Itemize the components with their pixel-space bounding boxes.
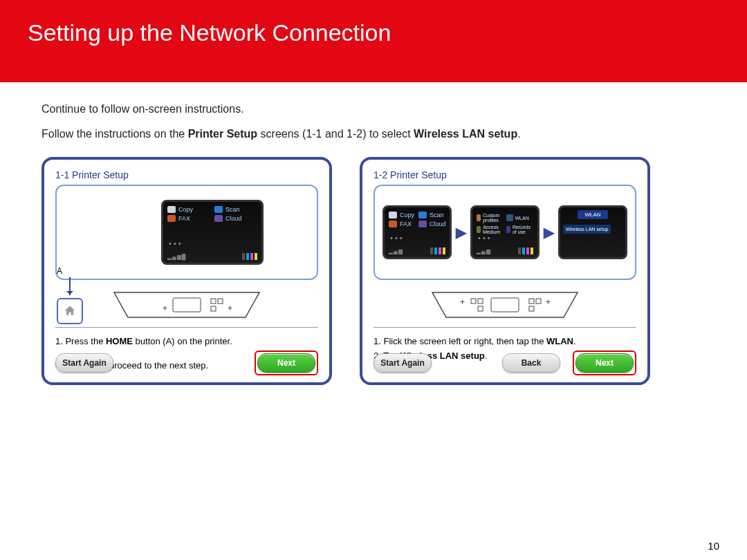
printer-lcd-2c: WLAN Wireless LAN setup: [558, 205, 627, 259]
scan-icon: [214, 206, 223, 213]
svg-rect-7: [471, 299, 476, 304]
intro-line-1: Continue to follow on-screen instruction…: [42, 103, 706, 115]
next-highlight: Next: [573, 351, 636, 375]
fax-icon: [389, 221, 397, 227]
panel-2-inner: Copy Scan FAX Cloud • • • ▂▄▆ ▶ Custom p…: [374, 185, 636, 280]
svg-rect-8: [478, 299, 483, 304]
chevron-right-icon: ▶: [456, 224, 466, 241]
divider: [55, 327, 318, 328]
svg-rect-9: [478, 306, 483, 311]
printer-lcd-2b: Custom profiles WLAN Access Medium Recor…: [470, 205, 540, 259]
svg-text:+: +: [460, 297, 465, 307]
cloud-icon: [418, 221, 427, 227]
svg-text:+: +: [546, 297, 551, 307]
divider: [374, 327, 636, 328]
printer-body-diagram-1: + +: [55, 288, 318, 321]
svg-rect-11: [529, 299, 534, 304]
printer-body-diagram-2: + +: [374, 288, 636, 321]
copy-icon: [389, 212, 397, 218]
page-number: 10: [708, 540, 719, 552]
panel-1-1: 1-1 Printer Setup Copy Scan FAX Cloud • …: [42, 157, 332, 385]
home-button-callout: A: [57, 266, 83, 324]
next-highlight: Next: [255, 351, 318, 375]
start-again-button[interactable]: Start Again: [374, 353, 432, 373]
slide-header: Setting up the Network Connection: [0, 0, 747, 82]
scan-icon: [418, 212, 427, 218]
svg-rect-1: [211, 299, 216, 304]
cloud-icon: [214, 215, 223, 222]
fax-icon: [167, 215, 176, 222]
svg-rect-10: [491, 298, 519, 312]
copy-icon: [167, 206, 176, 213]
panel-2-title: 1-2 Printer Setup: [374, 169, 636, 180]
back-button[interactable]: Back: [502, 353, 560, 373]
slide-title: Setting up the Network Connection: [28, 19, 719, 46]
panel-1-title: 1-1 Printer Setup: [55, 169, 318, 180]
svg-rect-0: [173, 298, 201, 312]
svg-text:+: +: [163, 304, 167, 313]
svg-rect-2: [218, 299, 223, 304]
svg-rect-13: [529, 306, 534, 311]
svg-text:+: +: [228, 304, 232, 313]
svg-rect-12: [536, 299, 541, 304]
printer-lcd-1: Copy Scan FAX Cloud • • • ▂▄▆█: [161, 200, 264, 265]
next-button[interactable]: Next: [575, 353, 634, 373]
chevron-right-icon: ▶: [544, 224, 554, 241]
svg-rect-3: [211, 306, 216, 311]
printer-lcd-2a: Copy Scan FAX Cloud • • • ▂▄▆: [382, 205, 452, 259]
intro-line-2: Follow the instructions on the Printer S…: [42, 128, 706, 140]
next-button[interactable]: Next: [257, 353, 315, 373]
home-icon: [63, 304, 77, 318]
panel-1-2: 1-2 Printer Setup Copy Scan FAX Cloud • …: [360, 157, 650, 385]
home-button-diagram: [57, 298, 83, 324]
panel-1-inner: Copy Scan FAX Cloud • • • ▂▄▆█: [55, 185, 318, 280]
start-again-button[interactable]: Start Again: [55, 353, 113, 373]
